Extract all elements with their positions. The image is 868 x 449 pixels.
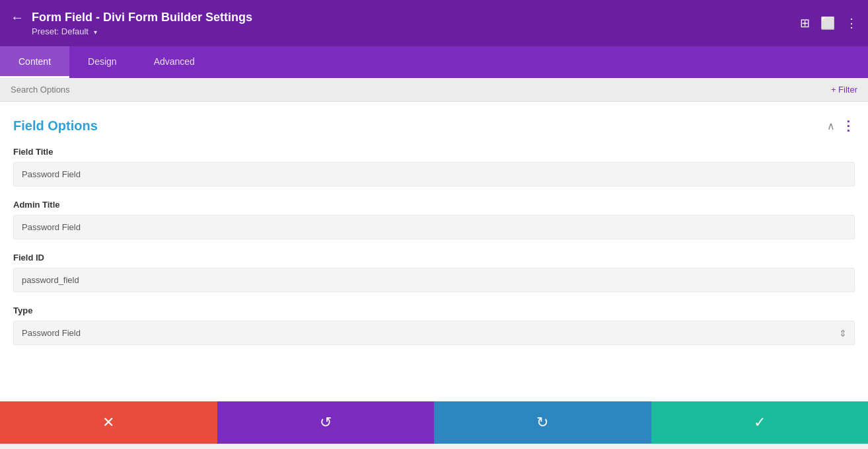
header-title-row: ← Form Field - Divi Form Builder Setting… bbox=[11, 10, 252, 25]
cancel-button[interactable]: ✕ bbox=[0, 401, 217, 444]
header-right: ⊞ ⬜ ⋮ bbox=[800, 16, 857, 30]
reset-icon: ↺ bbox=[320, 414, 332, 431]
save-button[interactable]: ✓ bbox=[651, 401, 869, 444]
section-controls: ∧ ⋮ bbox=[827, 118, 855, 134]
back-icon[interactable]: ← bbox=[11, 10, 24, 25]
reset-button[interactable]: ↺ bbox=[217, 401, 435, 444]
form-group-field-title: Field Title bbox=[13, 147, 855, 186]
field-title-label: Field Title bbox=[13, 147, 855, 157]
search-bar: + Filter bbox=[0, 78, 868, 102]
section-header: Field Options ∧ ⋮ bbox=[13, 118, 855, 134]
layout-icon[interactable]: ⊞ bbox=[800, 16, 810, 30]
more-options-icon[interactable]: ⋮ bbox=[846, 16, 857, 30]
field-id-input[interactable] bbox=[13, 268, 855, 292]
cancel-icon: ✕ bbox=[102, 414, 114, 431]
admin-title-input[interactable] bbox=[13, 215, 855, 239]
tabs-bar: Content Design Advanced bbox=[0, 46, 868, 78]
section-more-icon[interactable]: ⋮ bbox=[842, 118, 855, 134]
form-group-type: Type Password Field ⇕ bbox=[13, 306, 855, 345]
tab-content[interactable]: Content bbox=[0, 46, 69, 78]
form-group-admin-title: Admin Title bbox=[13, 200, 855, 239]
field-id-label: Field ID bbox=[13, 253, 855, 263]
field-title-input[interactable] bbox=[13, 162, 855, 186]
tab-design[interactable]: Design bbox=[69, 46, 135, 78]
filter-button[interactable]: + Filter bbox=[831, 85, 857, 95]
section-title: Field Options bbox=[13, 118, 98, 134]
type-select-wrap: Password Field ⇕ bbox=[13, 321, 855, 345]
form-group-field-id: Field ID bbox=[13, 253, 855, 292]
header-left: ← Form Field - Divi Form Builder Setting… bbox=[11, 10, 252, 36]
panel-icon[interactable]: ⬜ bbox=[820, 16, 835, 30]
redo-icon: ↻ bbox=[536, 414, 548, 431]
search-input[interactable] bbox=[11, 85, 826, 95]
page-title: Form Field - Divi Form Builder Settings bbox=[32, 11, 252, 24]
footer: ✕ ↺ ↻ ✓ bbox=[0, 401, 868, 444]
tab-advanced[interactable]: Advanced bbox=[135, 46, 213, 78]
collapse-icon[interactable]: ∧ bbox=[827, 120, 835, 132]
type-label: Type bbox=[13, 306, 855, 315]
type-select[interactable]: Password Field bbox=[13, 321, 855, 345]
preset-label[interactable]: Preset: Default ▾ bbox=[32, 26, 252, 36]
preset-dropdown-arrow: ▾ bbox=[94, 28, 97, 36]
admin-title-label: Admin Title bbox=[13, 200, 855, 210]
content-area: Field Options ∧ ⋮ Field Title Admin Titl… bbox=[0, 102, 868, 401]
save-icon: ✓ bbox=[754, 414, 766, 431]
header: ← Form Field - Divi Form Builder Setting… bbox=[0, 0, 868, 46]
redo-button[interactable]: ↻ bbox=[434, 401, 651, 444]
